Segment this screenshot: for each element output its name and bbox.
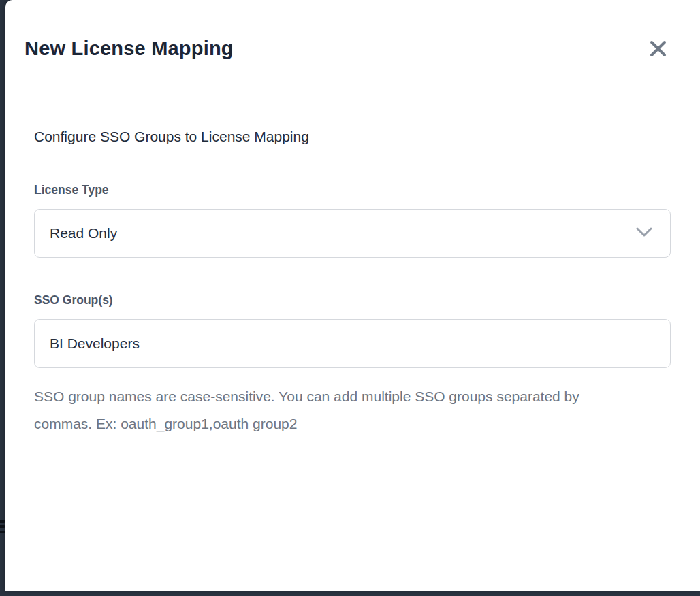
menu-icon-bar [0,525,5,528]
close-icon [649,39,667,58]
sso-groups-input[interactable] [34,319,671,368]
menu-icon [0,520,5,536]
license-type-select[interactable]: Read Only [34,209,671,258]
modal-title: New License Mapping [25,37,234,60]
sso-groups-label: SSO Group(s) [34,293,671,308]
sso-groups-field: SSO Group(s) SSO group names are case-se… [34,293,671,437]
chevron-down-icon [636,227,652,240]
license-type-label: License Type [34,183,671,197]
new-license-mapping-modal: New License Mapping Configure SSO Groups… [5,0,700,591]
license-type-field: License Type Read Only [34,183,671,258]
modal-header: New License Mapping [5,0,700,97]
modal-body: Configure SSO Groups to License Mapping … [5,97,700,437]
license-type-selected-value: Read Only [50,225,117,242]
close-button[interactable] [646,37,670,61]
menu-icon-bar [0,531,5,533]
screen: New License Mapping Configure SSO Groups… [0,0,700,596]
menu-icon-bar [0,520,5,523]
sso-groups-help-text: SSO group names are case-sensitive. You … [34,383,609,437]
modal-subtitle: Configure SSO Groups to License Mapping [34,129,671,145]
